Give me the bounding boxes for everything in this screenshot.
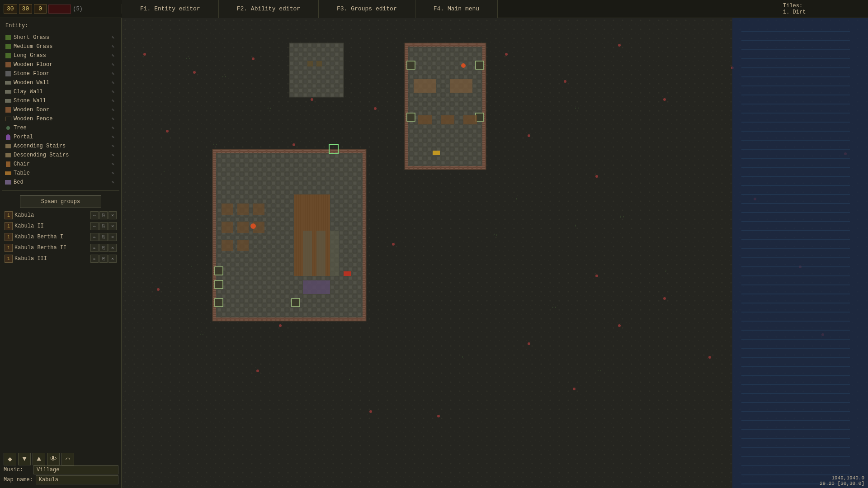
entity-edit-wooden-door[interactable]: ✎ bbox=[109, 106, 117, 114]
stat-hp: 30 bbox=[4, 4, 17, 14]
entity-list[interactable]: Short Grass✎Medium Grass✎Long Grass✎Wood… bbox=[2, 33, 119, 187]
spawn-actions-kabula: ✏⎘✕ bbox=[90, 211, 117, 219]
entity-item-stone-floor[interactable]: Stone Floor✎ bbox=[2, 69, 119, 78]
menu-main-menu[interactable]: F4. Main menu bbox=[415, 0, 498, 18]
mapname-input[interactable] bbox=[36, 475, 118, 484]
entity-edit-clay-wall[interactable]: ✎ bbox=[109, 88, 117, 95]
entity-name-ascending-stairs: Ascending Stairs bbox=[14, 143, 108, 149]
svg-point-41 bbox=[279, 324, 282, 327]
entity-item-long-grass[interactable]: Long Grass✎ bbox=[2, 51, 119, 60]
entity-item-wooden-floor[interactable]: Wooden Floor✎ bbox=[2, 60, 119, 69]
entity-edit-stone-wall[interactable]: ✎ bbox=[109, 97, 117, 104]
svg-point-46 bbox=[369, 410, 372, 413]
entity-item-wooden-wall[interactable]: Wooden Wall✎ bbox=[2, 78, 119, 87]
entity-item-table[interactable]: Table✎ bbox=[2, 169, 119, 178]
spawn-delete-kabula[interactable]: ✕ bbox=[108, 211, 117, 219]
svg-point-19 bbox=[143, 53, 146, 56]
spawn-name-kabula-iii: Kabula III bbox=[14, 256, 89, 262]
entity-name-stone-wall: Stone Wall bbox=[14, 98, 108, 104]
spawn-num-kabula-iii: 1 bbox=[5, 255, 13, 263]
svg-text:,: , bbox=[515, 195, 518, 200]
svg-rect-74 bbox=[307, 61, 313, 66]
entity-item-short-grass[interactable]: Short Grass✎ bbox=[2, 33, 119, 42]
svg-rect-110 bbox=[732, 18, 868, 488]
svg-point-34 bbox=[292, 143, 295, 146]
entity-item-descending-stairs[interactable]: Descending Stairs✎ bbox=[2, 151, 119, 160]
entity-item-wooden-fence[interactable]: Wooden Fence✎ bbox=[2, 114, 119, 123]
menu-groups-editor[interactable]: F3. Groups editor bbox=[319, 0, 415, 18]
entity-edit-short-grass[interactable]: ✎ bbox=[109, 34, 117, 41]
spawn-delete-kabula-bertha-ii[interactable]: ✕ bbox=[108, 244, 117, 252]
entity-edit-bed[interactable]: ✎ bbox=[109, 179, 117, 186]
spawn-edit-kabula-bertha-i[interactable]: ✏ bbox=[90, 233, 99, 241]
svg-point-38 bbox=[595, 275, 598, 277]
map-area[interactable]: ,, ,, ,, , ,, , ,, , ,, , ,, ,, , ,, , ,… bbox=[122, 18, 868, 488]
spawn-groups-button[interactable]: Spawn groups bbox=[20, 195, 101, 208]
entity-edit-wooden-wall[interactable]: ✎ bbox=[109, 79, 117, 86]
spawn-item-kabula-iii[interactable]: 1Kabula III✏⎘✕ bbox=[2, 253, 119, 264]
spawn-copy-kabula-ii[interactable]: ⎘ bbox=[99, 222, 108, 230]
spawn-item-kabula[interactable]: 1Kabula✏⎘✕ bbox=[2, 210, 119, 221]
entity-edit-medium-grass[interactable]: ✎ bbox=[109, 43, 117, 50]
spawn-edit-kabula-bertha-ii[interactable]: ✏ bbox=[90, 244, 99, 252]
spawn-copy-kabula-bertha-i[interactable]: ⎘ bbox=[99, 233, 108, 241]
entity-header: Entity: bbox=[2, 21, 119, 31]
svg-rect-80 bbox=[407, 113, 415, 121]
entity-item-ascending-stairs[interactable]: Ascending Stairs✎ bbox=[2, 142, 119, 151]
spawn-item-kabula-bertha-i[interactable]: 1Kabula Bertha I✏⎘✕ bbox=[2, 232, 119, 242]
svg-point-27 bbox=[505, 53, 508, 56]
svg-text:,,: ,, bbox=[619, 213, 625, 218]
entity-edit-table[interactable]: ✎ bbox=[109, 170, 117, 177]
entity-edit-descending-stairs[interactable]: ✎ bbox=[109, 152, 117, 159]
entity-item-portal[interactable]: Portal✎ bbox=[2, 133, 119, 142]
spawn-copy-kabula-iii[interactable]: ⎘ bbox=[99, 255, 108, 263]
entity-item-medium-grass[interactable]: Medium Grass✎ bbox=[2, 42, 119, 51]
entity-edit-long-grass[interactable]: ✎ bbox=[109, 52, 117, 59]
entity-item-chair[interactable]: Chair✎ bbox=[2, 160, 119, 169]
music-input[interactable] bbox=[33, 465, 118, 474]
svg-point-20 bbox=[193, 71, 196, 74]
entity-item-clay-wall[interactable]: Clay Wall✎ bbox=[2, 87, 119, 96]
entity-item-wooden-door[interactable]: Wooden Door✎ bbox=[2, 105, 119, 114]
svg-point-29 bbox=[618, 44, 621, 47]
spawn-name-kabula-bertha-i: Kabula Bertha I bbox=[14, 234, 89, 240]
spawn-copy-kabula-bertha-ii[interactable]: ⎘ bbox=[99, 244, 108, 252]
spawn-delete-kabula-bertha-i[interactable]: ✕ bbox=[108, 233, 117, 241]
spawn-num-kabula-ii: 1 bbox=[5, 222, 13, 230]
svg-text:,: , bbox=[461, 353, 464, 358]
entity-edit-tree[interactable]: ✎ bbox=[109, 124, 117, 132]
svg-text:,,: ,, bbox=[212, 141, 218, 146]
spawn-name-kabula-bertha-ii: Kabula Bertha II bbox=[14, 245, 89, 251]
spawn-item-kabula-bertha-ii[interactable]: 1Kabula Bertha II✏⎘✕ bbox=[2, 242, 119, 253]
entity-item-stone-wall[interactable]: Stone Wall✎ bbox=[2, 96, 119, 105]
music-label: Music: bbox=[4, 467, 31, 473]
spawn-edit-kabula-ii[interactable]: ✏ bbox=[90, 222, 99, 230]
stat-mp: 30 bbox=[19, 4, 33, 14]
svg-rect-82 bbox=[414, 79, 436, 93]
svg-rect-103 bbox=[344, 271, 351, 276]
entity-name-wooden-door: Wooden Door bbox=[14, 107, 108, 113]
svg-rect-83 bbox=[450, 79, 472, 93]
entity-edit-portal[interactable]: ✎ bbox=[109, 133, 117, 141]
spawn-delete-kabula-ii[interactable]: ✕ bbox=[108, 222, 117, 230]
menu-ability-editor[interactable]: F2. Ability editor bbox=[219, 0, 319, 18]
spawn-edit-kabula-iii[interactable]: ✏ bbox=[90, 255, 99, 263]
spawn-copy-kabula[interactable]: ⎘ bbox=[99, 211, 108, 219]
entity-edit-stone-floor[interactable]: ✎ bbox=[109, 70, 117, 77]
entity-edit-ascending-stairs[interactable]: ✎ bbox=[109, 142, 117, 150]
spawn-delete-kabula-iii[interactable]: ✕ bbox=[108, 255, 117, 263]
entity-item-bed[interactable]: Bed✎ bbox=[2, 178, 119, 187]
entity-edit-wooden-floor[interactable]: ✎ bbox=[109, 61, 117, 68]
spawn-edit-kabula[interactable]: ✏ bbox=[90, 211, 99, 219]
entity-edit-chair[interactable]: ✎ bbox=[109, 161, 117, 168]
entity-edit-wooden-fence[interactable]: ✎ bbox=[109, 115, 117, 123]
svg-rect-79 bbox=[476, 61, 484, 69]
svg-text:,: , bbox=[348, 376, 351, 381]
menu-entity-editor[interactable]: F1. Entity editor bbox=[122, 0, 219, 18]
spawn-name-kabula-ii: Kabula II bbox=[14, 223, 89, 229]
svg-point-24 bbox=[374, 107, 377, 110]
svg-rect-96 bbox=[237, 222, 249, 233]
svg-point-36 bbox=[595, 175, 598, 178]
spawn-item-kabula-ii[interactable]: 1Kabula II✏⎘✕ bbox=[2, 221, 119, 232]
entity-item-tree[interactable]: Tree✎ bbox=[2, 123, 119, 133]
